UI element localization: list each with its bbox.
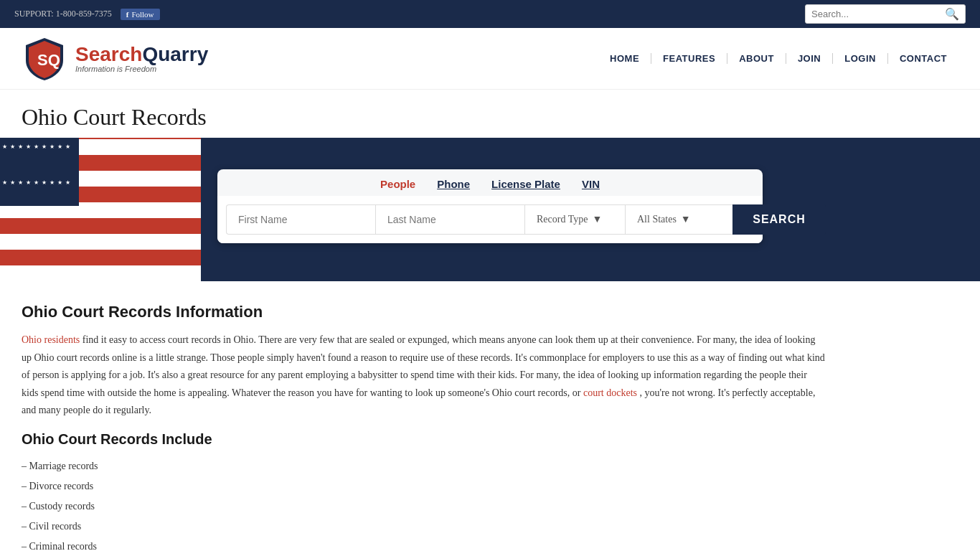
star: ★ [42,179,47,186]
first-name-input[interactable] [226,204,375,235]
records-sub-heading: Ohio Court Records Include [22,431,825,448]
search-tabs: People Phone License Plate VIN [217,169,763,196]
flag-decoration: ★ ★ ★ ★ ★ ★ ★ ★ ★ ★ ★ ★ ★ ★ ★ ★ ★ ★ ★ ★ [0,138,201,281]
chevron-down-icon: ▼ [681,214,691,225]
nav-home[interactable]: HOME [598,53,651,64]
star: ★ [65,143,70,150]
star: ★ [26,179,31,186]
star: ★ [2,179,7,186]
list-item: Criminal records [22,537,825,552]
header: SQ SearchQuarry Information is Freedom H… [0,28,980,90]
star: ★ [10,179,15,186]
star: ★ [42,143,47,150]
content-heading: Ohio Court Records Information [22,303,825,321]
records-list: Marriage recordsDivorce recordsCustody r… [22,456,825,552]
top-search-input[interactable] [811,9,941,19]
page-title: Ohio Court Records [22,104,958,131]
logo: SQ SearchQuarry Information is Freedom [22,35,208,82]
list-item: Marriage records [22,456,825,476]
logo-brand: SearchQuarry [75,44,208,65]
top-bar: SUPPORT: 1-800-859-7375 Follow 🔍 [0,0,980,28]
all-states-select[interactable]: All States ▼ [625,204,732,235]
star: ★ [57,143,62,150]
logo-text: SearchQuarry Information is Freedom [75,44,208,73]
top-bar-left: SUPPORT: 1-800-859-7375 Follow [14,9,160,20]
nav-join[interactable]: JOIN [786,53,833,64]
star: ★ [50,143,55,150]
star: ★ [50,179,55,186]
chevron-down-icon: ▼ [592,214,602,225]
support-phone[interactable]: SUPPORT: 1-800-859-7375 [14,9,112,19]
svg-text:SQ: SQ [37,51,60,69]
nav-contact[interactable]: CONTACT [888,53,958,64]
star: ★ [34,143,39,150]
star: ★ [18,179,23,186]
page-title-section: Ohio Court Records [0,90,980,138]
tab-phone[interactable]: Phone [437,178,470,196]
star: ★ [10,143,15,150]
nav-login[interactable]: LOGIN [833,53,888,64]
logo-tagline: Information is Freedom [75,65,208,73]
content-section: Ohio Court Records Information Ohio resi… [0,281,847,551]
star: ★ [26,143,31,150]
list-item: Custody records [22,496,825,517]
star: ★ [18,143,23,150]
record-type-select[interactable]: Record Type ▼ [524,204,625,235]
star: ★ [2,143,7,150]
court-dockets-link[interactable]: court dockets [583,387,637,398]
search-fields: Record Type ▼ All States ▼ SEARCH [217,196,763,243]
main-nav: HOME FEATURES ABOUT JOIN LOGIN CONTACT [598,53,958,64]
star: ★ [65,179,70,186]
last-name-input[interactable] [375,204,524,235]
tab-license-plate[interactable]: License Plate [491,178,560,196]
list-item: Civil records [22,517,825,537]
fb-follow-button[interactable]: Follow [121,9,160,20]
nav-about[interactable]: ABOUT [727,53,786,64]
search-button[interactable]: SEARCH [732,204,826,235]
nav-features[interactable]: FEATURES [651,53,727,64]
ohio-residents-link[interactable]: Ohio residents [22,334,80,345]
tab-vin[interactable]: VIN [582,178,600,196]
star: ★ [57,179,62,186]
search-icon[interactable]: 🔍 [945,7,959,21]
content-paragraph: Ohio residents find it easy to access co… [22,331,825,420]
search-card: People Phone License Plate VIN Record Ty… [217,169,763,243]
tab-people[interactable]: People [380,178,415,196]
flag-canton: ★ ★ ★ ★ ★ ★ ★ ★ ★ ★ ★ ★ ★ ★ ★ ★ ★ ★ ★ ★ [0,138,79,206]
logo-icon: SQ [22,35,68,82]
list-item: Divorce records [22,476,825,496]
star: ★ [34,179,39,186]
top-search-bar[interactable]: 🔍 [805,4,966,24]
hero-banner: ★ ★ ★ ★ ★ ★ ★ ★ ★ ★ ★ ★ ★ ★ ★ ★ ★ ★ ★ ★ … [0,138,980,281]
